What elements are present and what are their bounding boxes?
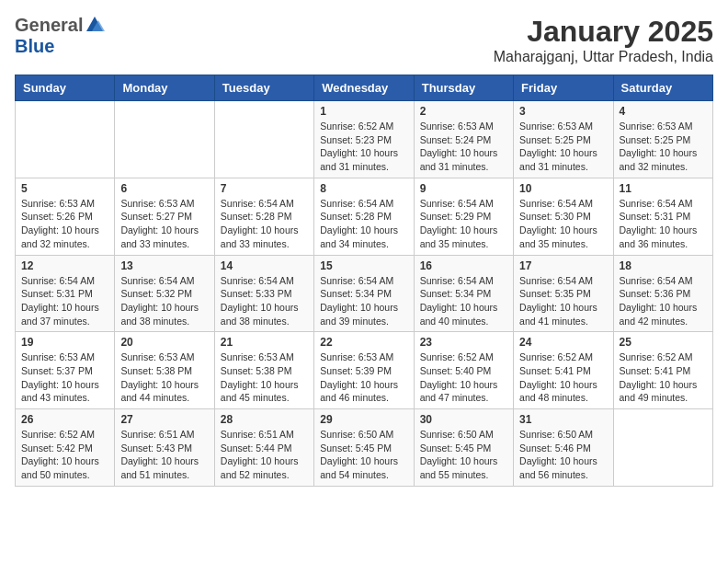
calendar-week-row: 5Sunrise: 6:53 AMSunset: 5:26 PMDaylight… bbox=[16, 178, 713, 255]
day-number: 30 bbox=[420, 413, 507, 426]
logo-blue: Blue bbox=[15, 36, 54, 56]
calendar-cell: 22Sunrise: 6:53 AMSunset: 5:39 PMDayligh… bbox=[314, 332, 414, 409]
day-number: 17 bbox=[519, 259, 607, 272]
calendar-cell: 1Sunrise: 6:52 AMSunset: 5:23 PMDaylight… bbox=[314, 101, 414, 178]
calendar-cell: 6Sunrise: 6:53 AMSunset: 5:27 PMDaylight… bbox=[115, 178, 214, 255]
title-block: January 2025 Maharajganj, Uttar Pradesh,… bbox=[494, 15, 713, 65]
weekday-header: Wednesday bbox=[314, 75, 414, 101]
logo-general: General bbox=[15, 15, 83, 36]
day-number: 16 bbox=[420, 259, 507, 272]
calendar-cell: 4Sunrise: 6:53 AMSunset: 5:25 PMDaylight… bbox=[613, 101, 712, 178]
day-detail: Sunrise: 6:52 AMSunset: 5:41 PMDaylight:… bbox=[620, 350, 707, 405]
calendar-cell: 21Sunrise: 6:53 AMSunset: 5:38 PMDayligh… bbox=[214, 332, 313, 409]
calendar-cell: 17Sunrise: 6:54 AMSunset: 5:35 PMDayligh… bbox=[514, 255, 613, 332]
day-number: 6 bbox=[120, 182, 208, 195]
day-detail: Sunrise: 6:51 AMSunset: 5:44 PMDaylight:… bbox=[221, 428, 308, 482]
calendar-cell: 15Sunrise: 6:54 AMSunset: 5:34 PMDayligh… bbox=[314, 255, 414, 332]
day-detail: Sunrise: 6:53 AMSunset: 5:37 PMDaylight:… bbox=[21, 350, 108, 405]
calendar-table: SundayMondayTuesdayWednesdayThursdayFrid… bbox=[15, 75, 713, 487]
day-detail: Sunrise: 6:54 AMSunset: 5:29 PMDaylight:… bbox=[420, 197, 507, 251]
page-header: General Blue January 2025 Maharajganj, U… bbox=[15, 15, 713, 65]
day-number: 8 bbox=[320, 182, 407, 195]
day-detail: Sunrise: 6:54 AMSunset: 5:34 PMDaylight:… bbox=[320, 274, 407, 328]
calendar-cell: 24Sunrise: 6:52 AMSunset: 5:41 PMDayligh… bbox=[514, 332, 613, 409]
day-detail: Sunrise: 6:54 AMSunset: 5:32 PMDaylight:… bbox=[120, 274, 208, 328]
day-number: 21 bbox=[221, 336, 308, 349]
weekday-header: Tuesday bbox=[214, 75, 313, 101]
calendar-title: January 2025 bbox=[494, 15, 713, 49]
weekday-header: Friday bbox=[514, 75, 613, 101]
calendar-cell: 9Sunrise: 6:54 AMSunset: 5:29 PMDaylight… bbox=[414, 178, 513, 255]
day-number: 27 bbox=[120, 413, 208, 426]
day-number: 15 bbox=[320, 259, 407, 272]
calendar-cell: 18Sunrise: 6:54 AMSunset: 5:36 PMDayligh… bbox=[613, 255, 712, 332]
weekday-header: Saturday bbox=[613, 75, 712, 101]
calendar-cell bbox=[613, 409, 712, 487]
day-number: 13 bbox=[120, 259, 208, 272]
day-detail: Sunrise: 6:52 AMSunset: 5:41 PMDaylight:… bbox=[519, 350, 607, 405]
logo: General Blue bbox=[15, 15, 105, 57]
day-detail: Sunrise: 6:53 AMSunset: 5:38 PMDaylight:… bbox=[221, 350, 308, 405]
calendar-cell: 30Sunrise: 6:50 AMSunset: 5:45 PMDayligh… bbox=[414, 409, 513, 487]
calendar-cell bbox=[16, 101, 115, 178]
calendar-cell: 10Sunrise: 6:54 AMSunset: 5:30 PMDayligh… bbox=[514, 178, 613, 255]
day-detail: Sunrise: 6:53 AMSunset: 5:27 PMDaylight:… bbox=[120, 197, 208, 251]
day-number: 14 bbox=[221, 259, 308, 272]
day-number: 5 bbox=[21, 182, 108, 195]
weekday-header: Sunday bbox=[16, 75, 115, 101]
calendar-cell: 26Sunrise: 6:52 AMSunset: 5:42 PMDayligh… bbox=[16, 409, 115, 487]
calendar-cell: 13Sunrise: 6:54 AMSunset: 5:32 PMDayligh… bbox=[115, 255, 214, 332]
calendar-week-row: 26Sunrise: 6:52 AMSunset: 5:42 PMDayligh… bbox=[16, 409, 713, 487]
day-detail: Sunrise: 6:52 AMSunset: 5:23 PMDaylight:… bbox=[320, 120, 407, 174]
calendar-cell bbox=[115, 101, 214, 178]
calendar-cell: 11Sunrise: 6:54 AMSunset: 5:31 PMDayligh… bbox=[613, 178, 712, 255]
day-number: 10 bbox=[519, 182, 607, 195]
day-detail: Sunrise: 6:54 AMSunset: 5:31 PMDaylight:… bbox=[620, 197, 707, 251]
day-detail: Sunrise: 6:52 AMSunset: 5:40 PMDaylight:… bbox=[420, 350, 507, 405]
day-detail: Sunrise: 6:54 AMSunset: 5:28 PMDaylight:… bbox=[320, 197, 407, 251]
calendar-cell: 27Sunrise: 6:51 AMSunset: 5:43 PMDayligh… bbox=[115, 409, 214, 487]
calendar-cell: 3Sunrise: 6:53 AMSunset: 5:25 PMDaylight… bbox=[514, 101, 613, 178]
day-detail: Sunrise: 6:54 AMSunset: 5:28 PMDaylight:… bbox=[221, 197, 308, 251]
day-detail: Sunrise: 6:50 AMSunset: 5:46 PMDaylight:… bbox=[519, 428, 607, 482]
day-number: 20 bbox=[120, 336, 208, 349]
calendar-cell: 7Sunrise: 6:54 AMSunset: 5:28 PMDaylight… bbox=[214, 178, 313, 255]
calendar-week-row: 1Sunrise: 6:52 AMSunset: 5:23 PMDaylight… bbox=[16, 101, 713, 178]
day-detail: Sunrise: 6:54 AMSunset: 5:31 PMDaylight:… bbox=[21, 274, 108, 328]
day-number: 31 bbox=[519, 413, 607, 426]
day-number: 7 bbox=[221, 182, 308, 195]
calendar-cell: 5Sunrise: 6:53 AMSunset: 5:26 PMDaylight… bbox=[16, 178, 115, 255]
day-detail: Sunrise: 6:53 AMSunset: 5:25 PMDaylight:… bbox=[620, 120, 707, 174]
day-detail: Sunrise: 6:54 AMSunset: 5:33 PMDaylight:… bbox=[221, 274, 308, 328]
day-number: 9 bbox=[420, 182, 507, 195]
calendar-cell: 31Sunrise: 6:50 AMSunset: 5:46 PMDayligh… bbox=[514, 409, 613, 487]
day-number: 23 bbox=[420, 336, 507, 349]
calendar-cell: 20Sunrise: 6:53 AMSunset: 5:38 PMDayligh… bbox=[115, 332, 214, 409]
day-detail: Sunrise: 6:53 AMSunset: 5:39 PMDaylight:… bbox=[320, 350, 407, 405]
calendar-cell: 25Sunrise: 6:52 AMSunset: 5:41 PMDayligh… bbox=[613, 332, 712, 409]
day-number: 11 bbox=[620, 182, 707, 195]
day-detail: Sunrise: 6:54 AMSunset: 5:36 PMDaylight:… bbox=[620, 274, 707, 328]
day-detail: Sunrise: 6:53 AMSunset: 5:25 PMDaylight:… bbox=[519, 120, 607, 174]
day-number: 29 bbox=[320, 413, 407, 426]
weekday-header-row: SundayMondayTuesdayWednesdayThursdayFrid… bbox=[16, 75, 713, 101]
day-number: 19 bbox=[21, 336, 108, 349]
calendar-cell: 23Sunrise: 6:52 AMSunset: 5:40 PMDayligh… bbox=[414, 332, 513, 409]
day-detail: Sunrise: 6:53 AMSunset: 5:38 PMDaylight:… bbox=[120, 350, 208, 405]
day-number: 12 bbox=[21, 259, 108, 272]
day-number: 4 bbox=[620, 105, 707, 118]
calendar-cell: 14Sunrise: 6:54 AMSunset: 5:33 PMDayligh… bbox=[214, 255, 313, 332]
calendar-cell bbox=[214, 101, 313, 178]
day-detail: Sunrise: 6:52 AMSunset: 5:42 PMDaylight:… bbox=[21, 428, 108, 482]
logo-icon bbox=[85, 15, 105, 35]
day-number: 1 bbox=[320, 105, 407, 118]
calendar-cell: 2Sunrise: 6:53 AMSunset: 5:24 PMDaylight… bbox=[414, 101, 513, 178]
day-detail: Sunrise: 6:51 AMSunset: 5:43 PMDaylight:… bbox=[120, 428, 208, 482]
day-detail: Sunrise: 6:54 AMSunset: 5:30 PMDaylight:… bbox=[519, 197, 607, 251]
calendar-week-row: 12Sunrise: 6:54 AMSunset: 5:31 PMDayligh… bbox=[16, 255, 713, 332]
day-detail: Sunrise: 6:50 AMSunset: 5:45 PMDaylight:… bbox=[420, 428, 507, 482]
day-number: 25 bbox=[620, 336, 707, 349]
day-detail: Sunrise: 6:54 AMSunset: 5:35 PMDaylight:… bbox=[519, 274, 607, 328]
day-number: 22 bbox=[320, 336, 407, 349]
day-number: 2 bbox=[420, 105, 507, 118]
